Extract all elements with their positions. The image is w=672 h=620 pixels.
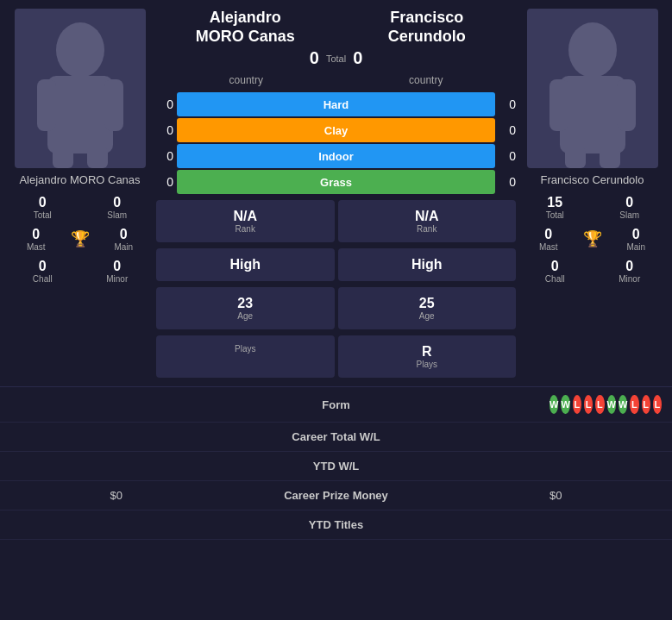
player1-photo [15,9,146,168]
form-badge-l: L [573,395,581,414]
total-label: Total [326,53,346,64]
svg-rect-4 [53,147,73,168]
svg-rect-1 [47,76,113,153]
form-badge-l: L [595,395,604,414]
player1-total-label: Total [9,210,77,220]
player2-name: Francisco Cerundolo [541,173,644,188]
names-header-row: Alejandro MORO Canas Francisco Cerundolo [156,9,516,46]
country-row: country country [156,74,516,86]
player2-main-box: 0 Main [609,227,664,252]
player1-minor-label: Minor [84,274,152,284]
form-badge-l: L [653,395,662,414]
form-label: Form [140,398,532,411]
player2-total-box: 15 Total [521,195,589,220]
player1-chall-value: 0 [9,259,77,274]
prize-row: $0 Career Prize Money $0 [0,481,672,510]
form-right: WWLLLWWLLL [532,395,662,414]
p2-plays-value: R [343,344,512,360]
clay-score-left: 0 [156,123,173,137]
hard-score-right: 0 [499,97,516,111]
career-total-row: Career Total W/L [0,423,672,452]
p2-age-panel: 25 Age [338,287,517,329]
form-row: Form WWLLLWWLLL [0,387,672,423]
hard-badge: Hard [177,92,495,116]
p1-age-label: Age [161,311,330,321]
indoor-badge: Indoor [177,144,495,168]
svg-rect-7 [560,76,625,153]
svg-point-0 [56,22,104,78]
p2-name-line1: Francisco [390,9,463,26]
p1-age-value: 23 [161,296,330,311]
player1-stats-row3: 0 Chall 0 Minor [9,259,151,284]
prize-label: Career Prize Money [140,489,532,502]
stat-panels-row: N/A Rank N/A Rank [156,200,516,242]
player2-total-value: 15 [521,195,589,210]
svg-rect-2 [37,79,56,131]
player1-chall-label: Chall [9,274,77,284]
player2-stats-row1: 15 Total 0 Slam [521,195,663,220]
p1-high-value: High [161,257,330,272]
player1-main-label: Main [97,242,152,252]
indoor-row: 0 Indoor 0 [156,144,516,168]
player1-chall-box: 0 Chall [9,259,77,284]
player1-name: Alejandro MORO Canas [19,173,140,188]
player1-total-value: 0 [9,195,77,210]
player2-stats-row3: 0 Chall 0 Minor [521,259,663,284]
grass-badge: Grass [177,170,495,194]
form-badge-l: L [630,395,638,414]
p2-age-label: Age [343,311,512,321]
clay-score-right: 0 [499,123,516,137]
player1-mast-value: 0 [9,227,64,242]
player1-mast-box: 0 Mast [9,227,64,252]
clay-badge: Clay [177,118,495,142]
svg-rect-8 [550,79,568,131]
player1-slam-label: Slam [84,210,152,220]
top-area: Alejandro MORO Canas 0 Total 0 Slam 0 Ma… [0,0,672,386]
p1-name-line1: Alejandro [210,9,281,26]
p1-high-panel: High [156,248,335,281]
ytd-wl-label: YTD W/L [140,460,532,473]
grass-row: 0 Grass 0 [156,170,516,194]
p1-plays-label: Plays [161,344,330,354]
total-right-score: 0 [353,48,362,68]
p1-name-line2: MORO Canas [196,28,295,45]
player2-silhouette [541,17,644,168]
main-container: Alejandro MORO Canas 0 Total 0 Slam 0 Ma… [0,0,672,540]
clay-label: Clay [324,124,348,137]
player2-country: country [336,74,517,86]
stat-high-row: High High [156,248,516,281]
career-total-label: Career Total W/L [140,430,532,443]
player2-area: Francisco Cerundolo 15 Total 0 Slam 0 Ma… [521,9,663,378]
svg-rect-3 [104,79,123,131]
trophy-icon-2: 🏆 [583,227,602,252]
hard-row: 0 Hard 0 [156,92,516,116]
form-badge-w: W [619,395,627,414]
center-area: Alejandro MORO Canas Francisco Cerundolo… [156,9,516,378]
p1-header-name: Alejandro MORO Canas [156,9,335,46]
player1-silhouette [28,17,132,168]
trophy-icon: 🏆 [71,227,90,252]
p1-rank-label: Rank [161,224,330,234]
prize-left: $0 [10,489,140,502]
player2-chall-box: 0 Chall [521,259,589,284]
p2-plays-panel: R Plays [338,335,517,378]
player1-minor-box: 0 Minor [84,259,152,284]
p1-rank-panel: N/A Rank [156,200,335,242]
svg-rect-10 [565,147,586,168]
player1-mast-label: Mast [9,242,64,252]
svg-rect-11 [600,147,620,168]
ytd-titles-row: YTD Titles [0,510,672,540]
ytd-wl-row: YTD W/L [0,452,672,481]
grass-score-right: 0 [499,175,516,189]
form-badge-w: W [550,395,558,414]
p1-rank-value: N/A [161,209,330,224]
player1-minor-value: 0 [84,259,152,274]
p2-rank-label: Rank [343,224,512,234]
svg-rect-5 [87,147,108,168]
player1-country: country [156,74,336,86]
player2-minor-label: Minor [596,274,664,284]
p1-plays-panel: Plays [156,335,335,378]
player1-stats-row2: 0 Mast 🏆 0 Main [9,227,151,252]
total-scores-row: 0 Total 0 [156,48,516,68]
player2-mast-value: 0 [521,227,576,242]
